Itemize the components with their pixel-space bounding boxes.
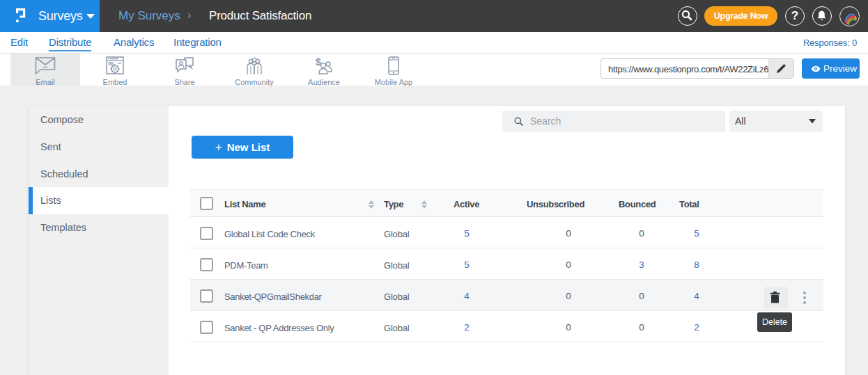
svg-text:$: $	[316, 56, 321, 67]
